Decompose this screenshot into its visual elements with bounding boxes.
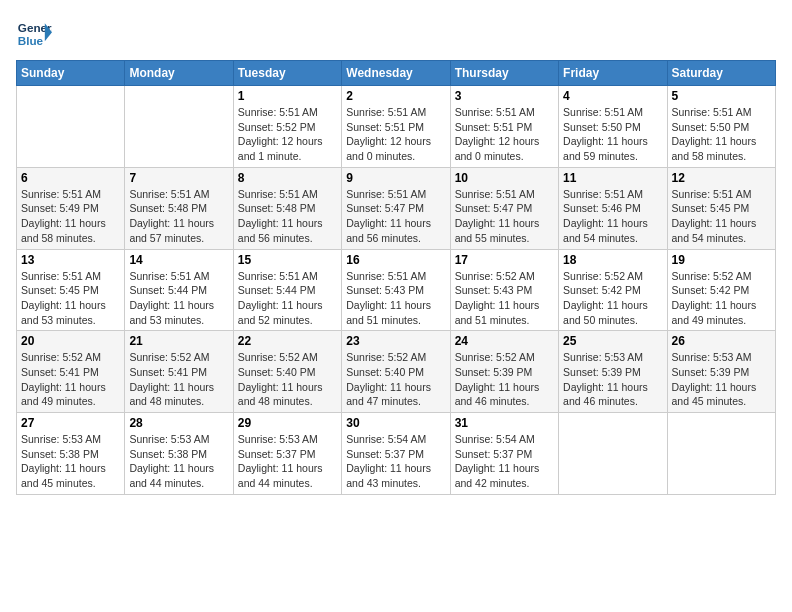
day-info: Sunrise: 5:51 AM Sunset: 5:48 PM Dayligh…	[129, 187, 228, 246]
day-info: Sunrise: 5:52 AM Sunset: 5:41 PM Dayligh…	[21, 350, 120, 409]
day-info: Sunrise: 5:51 AM Sunset: 5:45 PM Dayligh…	[672, 187, 771, 246]
day-number: 1	[238, 89, 337, 103]
day-info: Sunrise: 5:53 AM Sunset: 5:38 PM Dayligh…	[129, 432, 228, 491]
calendar-header-row: SundayMondayTuesdayWednesdayThursdayFrid…	[17, 61, 776, 86]
day-info: Sunrise: 5:51 AM Sunset: 5:44 PM Dayligh…	[129, 269, 228, 328]
day-number: 19	[672, 253, 771, 267]
day-info: Sunrise: 5:51 AM Sunset: 5:48 PM Dayligh…	[238, 187, 337, 246]
calendar-cell: 2Sunrise: 5:51 AM Sunset: 5:51 PM Daylig…	[342, 86, 450, 168]
calendar-cell: 28Sunrise: 5:53 AM Sunset: 5:38 PM Dayli…	[125, 413, 233, 495]
calendar-cell: 26Sunrise: 5:53 AM Sunset: 5:39 PM Dayli…	[667, 331, 775, 413]
day-info: Sunrise: 5:51 AM Sunset: 5:50 PM Dayligh…	[563, 105, 662, 164]
day-number: 17	[455, 253, 554, 267]
day-number: 22	[238, 334, 337, 348]
calendar-cell: 12Sunrise: 5:51 AM Sunset: 5:45 PM Dayli…	[667, 167, 775, 249]
day-number: 16	[346, 253, 445, 267]
day-info: Sunrise: 5:52 AM Sunset: 5:40 PM Dayligh…	[346, 350, 445, 409]
calendar-cell: 14Sunrise: 5:51 AM Sunset: 5:44 PM Dayli…	[125, 249, 233, 331]
logo-icon: General Blue	[16, 16, 52, 52]
calendar-cell: 6Sunrise: 5:51 AM Sunset: 5:49 PM Daylig…	[17, 167, 125, 249]
day-number: 31	[455, 416, 554, 430]
day-header-thursday: Thursday	[450, 61, 558, 86]
calendar-cell: 11Sunrise: 5:51 AM Sunset: 5:46 PM Dayli…	[559, 167, 667, 249]
day-number: 14	[129, 253, 228, 267]
day-info: Sunrise: 5:51 AM Sunset: 5:50 PM Dayligh…	[672, 105, 771, 164]
day-number: 30	[346, 416, 445, 430]
day-number: 29	[238, 416, 337, 430]
calendar-cell: 5Sunrise: 5:51 AM Sunset: 5:50 PM Daylig…	[667, 86, 775, 168]
calendar-cell: 9Sunrise: 5:51 AM Sunset: 5:47 PM Daylig…	[342, 167, 450, 249]
day-number: 9	[346, 171, 445, 185]
day-info: Sunrise: 5:53 AM Sunset: 5:37 PM Dayligh…	[238, 432, 337, 491]
day-number: 15	[238, 253, 337, 267]
day-number: 8	[238, 171, 337, 185]
calendar-cell: 15Sunrise: 5:51 AM Sunset: 5:44 PM Dayli…	[233, 249, 341, 331]
day-header-sunday: Sunday	[17, 61, 125, 86]
day-info: Sunrise: 5:53 AM Sunset: 5:39 PM Dayligh…	[563, 350, 662, 409]
day-number: 4	[563, 89, 662, 103]
calendar-cell: 22Sunrise: 5:52 AM Sunset: 5:40 PM Dayli…	[233, 331, 341, 413]
day-number: 3	[455, 89, 554, 103]
day-header-saturday: Saturday	[667, 61, 775, 86]
day-info: Sunrise: 5:51 AM Sunset: 5:51 PM Dayligh…	[455, 105, 554, 164]
calendar-cell	[17, 86, 125, 168]
day-info: Sunrise: 5:54 AM Sunset: 5:37 PM Dayligh…	[346, 432, 445, 491]
logo: General Blue	[16, 16, 52, 52]
calendar-cell: 13Sunrise: 5:51 AM Sunset: 5:45 PM Dayli…	[17, 249, 125, 331]
day-number: 20	[21, 334, 120, 348]
calendar-cell: 3Sunrise: 5:51 AM Sunset: 5:51 PM Daylig…	[450, 86, 558, 168]
calendar-cell	[667, 413, 775, 495]
day-info: Sunrise: 5:54 AM Sunset: 5:37 PM Dayligh…	[455, 432, 554, 491]
day-number: 10	[455, 171, 554, 185]
calendar-cell	[559, 413, 667, 495]
calendar-cell: 10Sunrise: 5:51 AM Sunset: 5:47 PM Dayli…	[450, 167, 558, 249]
calendar-week-row: 27Sunrise: 5:53 AM Sunset: 5:38 PM Dayli…	[17, 413, 776, 495]
calendar-cell: 21Sunrise: 5:52 AM Sunset: 5:41 PM Dayli…	[125, 331, 233, 413]
day-info: Sunrise: 5:53 AM Sunset: 5:38 PM Dayligh…	[21, 432, 120, 491]
calendar-cell: 7Sunrise: 5:51 AM Sunset: 5:48 PM Daylig…	[125, 167, 233, 249]
calendar-cell: 23Sunrise: 5:52 AM Sunset: 5:40 PM Dayli…	[342, 331, 450, 413]
day-number: 2	[346, 89, 445, 103]
day-info: Sunrise: 5:51 AM Sunset: 5:46 PM Dayligh…	[563, 187, 662, 246]
calendar-cell: 16Sunrise: 5:51 AM Sunset: 5:43 PM Dayli…	[342, 249, 450, 331]
calendar-cell: 1Sunrise: 5:51 AM Sunset: 5:52 PM Daylig…	[233, 86, 341, 168]
calendar-week-row: 6Sunrise: 5:51 AM Sunset: 5:49 PM Daylig…	[17, 167, 776, 249]
day-info: Sunrise: 5:51 AM Sunset: 5:51 PM Dayligh…	[346, 105, 445, 164]
calendar-cell: 30Sunrise: 5:54 AM Sunset: 5:37 PM Dayli…	[342, 413, 450, 495]
day-header-wednesday: Wednesday	[342, 61, 450, 86]
day-info: Sunrise: 5:52 AM Sunset: 5:42 PM Dayligh…	[563, 269, 662, 328]
calendar-cell: 20Sunrise: 5:52 AM Sunset: 5:41 PM Dayli…	[17, 331, 125, 413]
day-info: Sunrise: 5:51 AM Sunset: 5:45 PM Dayligh…	[21, 269, 120, 328]
calendar-cell: 4Sunrise: 5:51 AM Sunset: 5:50 PM Daylig…	[559, 86, 667, 168]
day-number: 7	[129, 171, 228, 185]
day-info: Sunrise: 5:52 AM Sunset: 5:41 PM Dayligh…	[129, 350, 228, 409]
day-info: Sunrise: 5:51 AM Sunset: 5:44 PM Dayligh…	[238, 269, 337, 328]
day-number: 11	[563, 171, 662, 185]
day-info: Sunrise: 5:52 AM Sunset: 5:39 PM Dayligh…	[455, 350, 554, 409]
calendar-week-row: 20Sunrise: 5:52 AM Sunset: 5:41 PM Dayli…	[17, 331, 776, 413]
day-info: Sunrise: 5:51 AM Sunset: 5:52 PM Dayligh…	[238, 105, 337, 164]
calendar-cell: 24Sunrise: 5:52 AM Sunset: 5:39 PM Dayli…	[450, 331, 558, 413]
day-info: Sunrise: 5:52 AM Sunset: 5:43 PM Dayligh…	[455, 269, 554, 328]
calendar-cell: 18Sunrise: 5:52 AM Sunset: 5:42 PM Dayli…	[559, 249, 667, 331]
calendar-cell: 8Sunrise: 5:51 AM Sunset: 5:48 PM Daylig…	[233, 167, 341, 249]
day-info: Sunrise: 5:52 AM Sunset: 5:42 PM Dayligh…	[672, 269, 771, 328]
day-number: 28	[129, 416, 228, 430]
calendar-cell: 17Sunrise: 5:52 AM Sunset: 5:43 PM Dayli…	[450, 249, 558, 331]
day-header-tuesday: Tuesday	[233, 61, 341, 86]
day-info: Sunrise: 5:51 AM Sunset: 5:43 PM Dayligh…	[346, 269, 445, 328]
day-info: Sunrise: 5:51 AM Sunset: 5:47 PM Dayligh…	[346, 187, 445, 246]
day-info: Sunrise: 5:53 AM Sunset: 5:39 PM Dayligh…	[672, 350, 771, 409]
day-number: 21	[129, 334, 228, 348]
day-info: Sunrise: 5:51 AM Sunset: 5:49 PM Dayligh…	[21, 187, 120, 246]
day-number: 23	[346, 334, 445, 348]
day-number: 24	[455, 334, 554, 348]
day-info: Sunrise: 5:52 AM Sunset: 5:40 PM Dayligh…	[238, 350, 337, 409]
day-number: 18	[563, 253, 662, 267]
calendar-cell: 27Sunrise: 5:53 AM Sunset: 5:38 PM Dayli…	[17, 413, 125, 495]
page-header: General Blue	[16, 16, 776, 52]
day-number: 6	[21, 171, 120, 185]
day-number: 13	[21, 253, 120, 267]
day-info: Sunrise: 5:51 AM Sunset: 5:47 PM Dayligh…	[455, 187, 554, 246]
calendar-cell: 25Sunrise: 5:53 AM Sunset: 5:39 PM Dayli…	[559, 331, 667, 413]
